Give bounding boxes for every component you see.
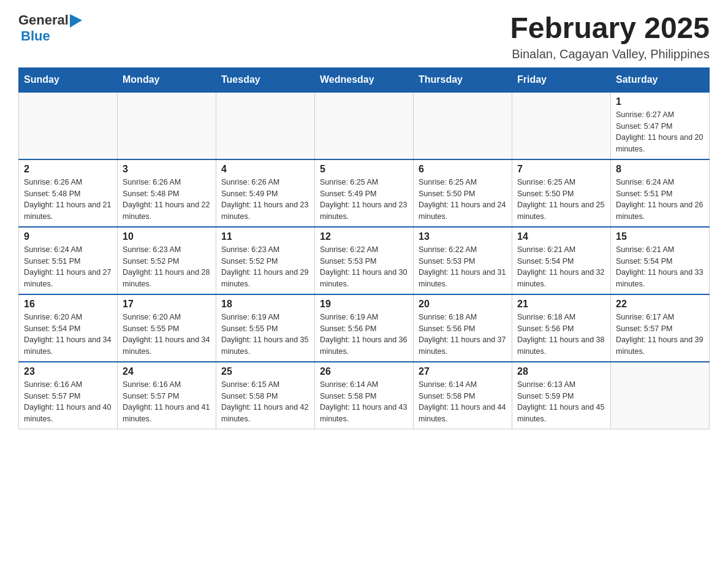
calendar-cell: 23Sunrise: 6:16 AM Sunset: 5:57 PM Dayli… (19, 362, 118, 429)
day-info: Sunrise: 6:18 AM Sunset: 5:56 PM Dayligh… (517, 312, 605, 358)
calendar-cell: 25Sunrise: 6:15 AM Sunset: 5:58 PM Dayli… (216, 362, 315, 429)
calendar-table: SundayMondayTuesdayWednesdayThursdayFrid… (18, 67, 710, 429)
calendar-cell: 15Sunrise: 6:21 AM Sunset: 5:54 PM Dayli… (611, 227, 710, 294)
day-number: 2 (24, 164, 112, 175)
calendar-cell: 10Sunrise: 6:23 AM Sunset: 5:52 PM Dayli… (118, 227, 216, 294)
calendar-cell: 28Sunrise: 6:13 AM Sunset: 5:59 PM Dayli… (512, 362, 611, 429)
calendar-cell: 18Sunrise: 6:19 AM Sunset: 5:55 PM Dayli… (216, 294, 315, 362)
day-number: 15 (616, 231, 704, 242)
day-info: Sunrise: 6:13 AM Sunset: 5:59 PM Dayligh… (517, 379, 605, 425)
calendar-week-row: 9Sunrise: 6:24 AM Sunset: 5:51 PM Daylig… (19, 227, 710, 294)
day-number: 11 (221, 231, 309, 242)
calendar-cell: 8Sunrise: 6:24 AM Sunset: 5:51 PM Daylig… (611, 159, 710, 227)
day-number: 10 (123, 231, 211, 242)
day-info: Sunrise: 6:14 AM Sunset: 5:58 PM Dayligh… (419, 379, 507, 425)
calendar-cell: 26Sunrise: 6:14 AM Sunset: 5:58 PM Dayli… (315, 362, 414, 429)
weekday-header-thursday: Thursday (414, 67, 512, 92)
calendar-week-row: 16Sunrise: 6:20 AM Sunset: 5:54 PM Dayli… (19, 294, 710, 362)
calendar-cell: 19Sunrise: 6:19 AM Sunset: 5:56 PM Dayli… (315, 294, 414, 362)
day-number: 24 (123, 366, 211, 377)
day-info: Sunrise: 6:17 AM Sunset: 5:57 PM Dayligh… (616, 312, 704, 358)
day-info: Sunrise: 6:20 AM Sunset: 5:54 PM Dayligh… (24, 312, 112, 358)
day-info: Sunrise: 6:25 AM Sunset: 5:50 PM Dayligh… (517, 177, 605, 223)
day-number: 27 (419, 366, 507, 377)
calendar-cell: 11Sunrise: 6:23 AM Sunset: 5:52 PM Dayli… (216, 227, 315, 294)
title-area: February 2025 Binalan, Cagayan Valley, P… (510, 12, 710, 61)
calendar-cell (315, 92, 414, 159)
calendar-cell: 16Sunrise: 6:20 AM Sunset: 5:54 PM Dayli… (19, 294, 118, 362)
day-number: 18 (221, 299, 309, 310)
calendar-cell: 20Sunrise: 6:18 AM Sunset: 5:56 PM Dayli… (414, 294, 512, 362)
day-number: 22 (616, 299, 704, 310)
day-number: 20 (419, 299, 507, 310)
day-info: Sunrise: 6:22 AM Sunset: 5:53 PM Dayligh… (419, 244, 507, 290)
day-number: 25 (221, 366, 309, 377)
day-info: Sunrise: 6:18 AM Sunset: 5:56 PM Dayligh… (419, 312, 507, 358)
day-info: Sunrise: 6:23 AM Sunset: 5:52 PM Dayligh… (123, 244, 211, 290)
calendar-cell: 6Sunrise: 6:25 AM Sunset: 5:50 PM Daylig… (414, 159, 512, 227)
day-info: Sunrise: 6:24 AM Sunset: 5:51 PM Dayligh… (24, 244, 112, 290)
calendar-cell: 1Sunrise: 6:27 AM Sunset: 5:47 PM Daylig… (611, 92, 710, 159)
day-info: Sunrise: 6:21 AM Sunset: 5:54 PM Dayligh… (616, 244, 704, 290)
day-info: Sunrise: 6:15 AM Sunset: 5:58 PM Dayligh… (221, 379, 309, 425)
day-number: 5 (320, 164, 408, 175)
logo-blue-text: Blue (21, 28, 50, 44)
day-number: 21 (517, 299, 605, 310)
day-number: 16 (24, 299, 112, 310)
calendar-cell (19, 92, 118, 159)
day-info: Sunrise: 6:14 AM Sunset: 5:58 PM Dayligh… (320, 379, 408, 425)
calendar-week-row: 23Sunrise: 6:16 AM Sunset: 5:57 PM Dayli… (19, 362, 710, 429)
logo-triangle-icon (70, 14, 83, 28)
calendar-cell: 17Sunrise: 6:20 AM Sunset: 5:55 PM Dayli… (118, 294, 216, 362)
weekday-header-monday: Monday (118, 67, 216, 92)
logo-general-text: General (18, 12, 69, 28)
calendar-cell: 9Sunrise: 6:24 AM Sunset: 5:51 PM Daylig… (19, 227, 118, 294)
calendar-cell: 14Sunrise: 6:21 AM Sunset: 5:54 PM Dayli… (512, 227, 611, 294)
calendar-cell: 5Sunrise: 6:25 AM Sunset: 5:49 PM Daylig… (315, 159, 414, 227)
day-info: Sunrise: 6:21 AM Sunset: 5:54 PM Dayligh… (517, 244, 605, 290)
main-title: February 2025 (510, 12, 710, 45)
calendar-cell: 7Sunrise: 6:25 AM Sunset: 5:50 PM Daylig… (512, 159, 611, 227)
calendar-cell: 12Sunrise: 6:22 AM Sunset: 5:53 PM Dayli… (315, 227, 414, 294)
day-number: 6 (419, 164, 507, 175)
day-number: 17 (123, 299, 211, 310)
calendar-cell: 2Sunrise: 6:26 AM Sunset: 5:48 PM Daylig… (19, 159, 118, 227)
calendar-week-row: 2Sunrise: 6:26 AM Sunset: 5:48 PM Daylig… (19, 159, 710, 227)
weekday-header-tuesday: Tuesday (216, 67, 315, 92)
day-info: Sunrise: 6:25 AM Sunset: 5:50 PM Dayligh… (419, 177, 507, 223)
day-info: Sunrise: 6:26 AM Sunset: 5:48 PM Dayligh… (123, 177, 211, 223)
day-number: 1 (616, 96, 704, 107)
weekday-header-friday: Friday (512, 67, 611, 92)
day-info: Sunrise: 6:27 AM Sunset: 5:47 PM Dayligh… (616, 109, 704, 155)
day-info: Sunrise: 6:23 AM Sunset: 5:52 PM Dayligh… (221, 244, 309, 290)
day-number: 19 (320, 299, 408, 310)
day-info: Sunrise: 6:20 AM Sunset: 5:55 PM Dayligh… (123, 312, 211, 358)
day-number: 14 (517, 231, 605, 242)
day-number: 28 (517, 366, 605, 377)
calendar-cell: 13Sunrise: 6:22 AM Sunset: 5:53 PM Dayli… (414, 227, 512, 294)
weekday-header-wednesday: Wednesday (315, 67, 414, 92)
day-number: 26 (320, 366, 408, 377)
weekday-header-sunday: Sunday (19, 67, 118, 92)
day-number: 12 (320, 231, 408, 242)
calendar-cell: 24Sunrise: 6:16 AM Sunset: 5:57 PM Dayli… (118, 362, 216, 429)
page-header: General Blue February 2025 Binalan, Caga… (18, 12, 710, 61)
calendar-cell (216, 92, 315, 159)
calendar-cell (414, 92, 512, 159)
calendar-week-row: 1Sunrise: 6:27 AM Sunset: 5:47 PM Daylig… (19, 92, 710, 159)
calendar-cell: 4Sunrise: 6:26 AM Sunset: 5:49 PM Daylig… (216, 159, 315, 227)
weekday-header-row: SundayMondayTuesdayWednesdayThursdayFrid… (19, 67, 710, 92)
calendar-cell: 27Sunrise: 6:14 AM Sunset: 5:58 PM Dayli… (414, 362, 512, 429)
calendar-cell: 22Sunrise: 6:17 AM Sunset: 5:57 PM Dayli… (611, 294, 710, 362)
calendar-cell (118, 92, 216, 159)
weekday-header-saturday: Saturday (611, 67, 710, 92)
day-number: 8 (616, 164, 704, 175)
day-number: 23 (24, 366, 112, 377)
calendar-cell: 3Sunrise: 6:26 AM Sunset: 5:48 PM Daylig… (118, 159, 216, 227)
day-number: 3 (123, 164, 211, 175)
day-number: 9 (24, 231, 112, 242)
day-number: 4 (221, 164, 309, 175)
calendar-cell (611, 362, 710, 429)
day-info: Sunrise: 6:16 AM Sunset: 5:57 PM Dayligh… (24, 379, 112, 425)
day-info: Sunrise: 6:26 AM Sunset: 5:49 PM Dayligh… (221, 177, 309, 223)
